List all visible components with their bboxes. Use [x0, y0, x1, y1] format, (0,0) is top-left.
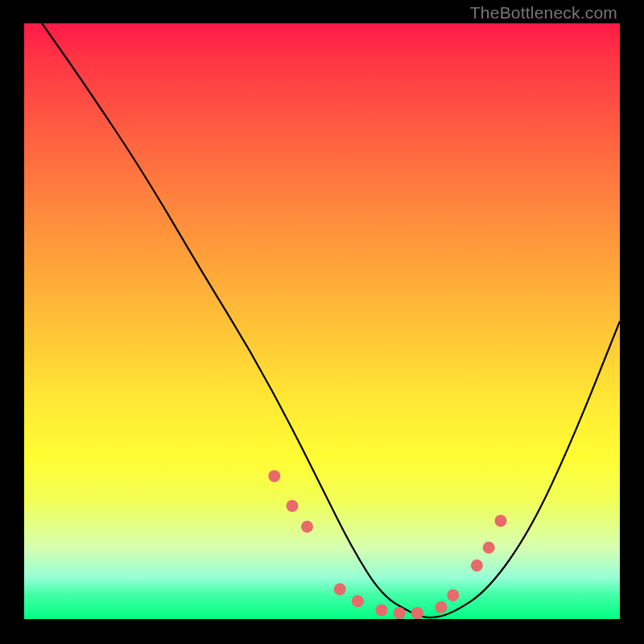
marker-point	[394, 607, 406, 619]
plot-area	[24, 23, 620, 619]
chart-svg	[24, 23, 620, 619]
marker-point	[301, 521, 313, 533]
marker-point	[334, 584, 346, 596]
marker-point	[268, 470, 280, 482]
marker-point	[471, 559, 483, 572]
marker-point	[352, 595, 364, 607]
chart-frame: TheBottleneck.com	[0, 0, 644, 644]
marker-point	[447, 589, 459, 601]
marker-point	[411, 607, 423, 619]
marker-point	[436, 601, 448, 613]
marker-point	[483, 542, 495, 554]
marker-point	[376, 604, 388, 616]
attribution-label: TheBottleneck.com	[470, 3, 617, 23]
marker-point	[495, 514, 507, 526]
marker-point	[287, 500, 299, 512]
bottleneck-curve	[42, 23, 620, 617]
